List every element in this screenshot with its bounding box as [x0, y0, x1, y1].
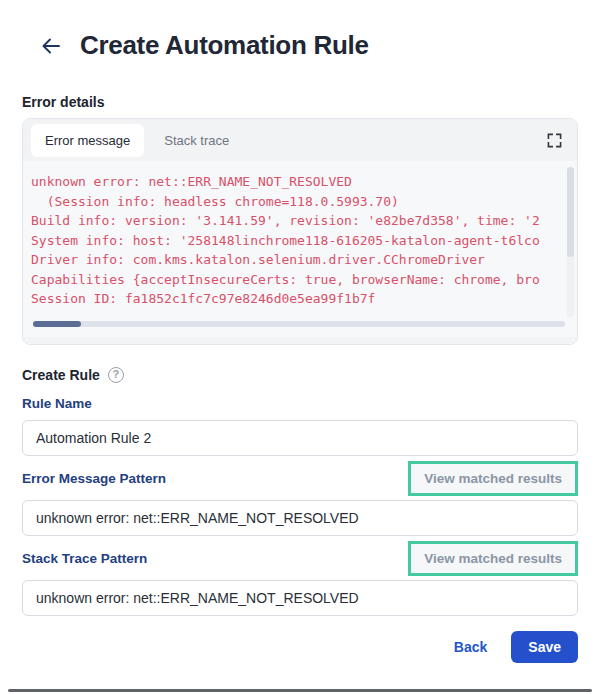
error-details-heading: Error details	[22, 94, 578, 110]
view-matched-results-error-button[interactable]: View matched results	[411, 464, 575, 493]
view-matched-results-stack-button[interactable]: View matched results	[411, 544, 575, 573]
stack-trace-pattern-label: Stack Trace Pattern	[22, 551, 147, 566]
page-title: Create Automation Rule	[80, 30, 369, 61]
view-matched-results-highlight: View matched results	[408, 541, 578, 576]
error-details-tabbar: Error message Stack trace	[23, 119, 577, 161]
view-matched-results-highlight: View matched results	[408, 461, 578, 496]
error-pattern-row: Error Message Pattern View matched resul…	[22, 460, 578, 497]
panel-footer	[23, 337, 577, 344]
code-line: Build info: version: '3.141.59', revisio…	[31, 211, 567, 231]
error-message-code-block: unknown error: net::ERR_NAME_NOT_RESOLVE…	[23, 161, 577, 337]
fullscreen-button[interactable]	[543, 129, 565, 151]
stack-pattern-row: Stack Trace Pattern View matched results	[22, 540, 578, 577]
header: Create Automation Rule	[0, 0, 600, 61]
vertical-scrollbar[interactable]	[567, 167, 574, 317]
help-icon[interactable]: ?	[108, 367, 124, 383]
error-message-pattern-input[interactable]	[22, 500, 578, 536]
back-arrow-icon	[39, 34, 63, 58]
code-line: Session ID: fa1852c1fc7c97e8246d0e5ea99f…	[31, 289, 567, 309]
content: Error details Error message Stack trace …	[0, 94, 600, 663]
footer-actions: Back Save	[22, 631, 578, 663]
window-bottom-edge	[8, 689, 592, 692]
tab-stack-trace[interactable]: Stack trace	[150, 124, 243, 157]
create-automation-rule-dialog: Create Automation Rule Error details Err…	[0, 0, 600, 694]
code-line: Capabilities {acceptInsecureCerts: true,…	[31, 270, 567, 290]
create-rule-heading: Create Rule	[22, 367, 100, 383]
error-details-panel: Error message Stack trace unknown error:…	[22, 118, 578, 345]
rule-name-label: Rule Name	[22, 396, 578, 411]
code-line: (Session info: headless chrome=118.0.599…	[31, 192, 567, 212]
code-line: System info: host: '258148linchrome118-6…	[31, 231, 567, 251]
error-message-pattern-label: Error Message Pattern	[22, 471, 166, 486]
code-line: unknown error: net::ERR_NAME_NOT_RESOLVE…	[31, 172, 567, 192]
vertical-scrollbar-thumb[interactable]	[567, 167, 574, 257]
horizontal-scrollbar[interactable]	[33, 321, 565, 327]
back-arrow-button[interactable]	[38, 33, 64, 59]
create-rule-heading-row: Create Rule ?	[22, 367, 578, 383]
tab-error-message[interactable]: Error message	[31, 124, 144, 157]
rule-name-input[interactable]	[22, 420, 578, 456]
horizontal-scrollbar-thumb[interactable]	[33, 321, 81, 327]
fullscreen-icon	[547, 133, 562, 148]
back-button[interactable]: Back	[454, 639, 487, 655]
stack-trace-pattern-input[interactable]	[22, 580, 578, 616]
save-button[interactable]: Save	[511, 631, 578, 663]
code-line: Driver info: com.kms.katalon.selenium.dr…	[31, 250, 567, 270]
